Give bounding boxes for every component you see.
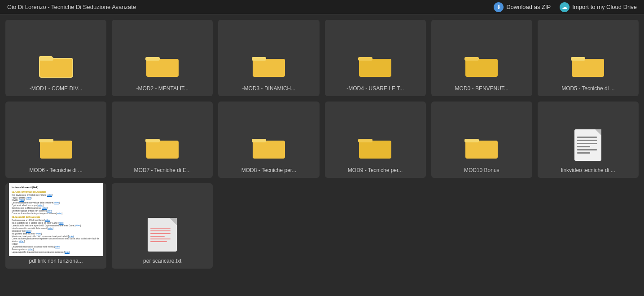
svg-rect-15 bbox=[40, 141, 72, 159]
folder-icon bbox=[357, 50, 393, 79]
red-line bbox=[150, 241, 167, 242]
svg-rect-13 bbox=[572, 59, 604, 77]
header-actions: ⇓ Download as ZIP ☁ Import to my Cloud D… bbox=[494, 2, 637, 12]
svg-rect-22 bbox=[358, 139, 372, 142]
svg-rect-14 bbox=[571, 57, 585, 61]
folder-item[interactable]: MOD5 - Tecniche di ... bbox=[538, 20, 639, 96]
folder-item[interactable]: MOD9 - Tecniche per... bbox=[325, 102, 426, 178]
folder-item[interactable]: -MOD4 - USARE LE T... bbox=[325, 20, 426, 96]
folder-icon bbox=[570, 50, 606, 79]
file-grid: -MOD1 - COME DIV... -MOD2 - MENTALIT... … bbox=[0, 14, 644, 274]
download-zip-button[interactable]: ⇓ Download as ZIP bbox=[494, 2, 551, 12]
svg-rect-18 bbox=[145, 139, 160, 142]
folder-item[interactable]: -MOD1 - COME DIV... bbox=[5, 20, 106, 96]
text-file-icon bbox=[148, 218, 177, 252]
download-icon: ⇓ bbox=[494, 2, 504, 12]
folder-icon bbox=[38, 132, 74, 161]
red-line bbox=[150, 228, 171, 229]
svg-rect-21 bbox=[359, 141, 391, 159]
folder-item[interactable]: -MOD3 - DINAMICH... bbox=[218, 20, 319, 96]
folder-icon bbox=[251, 132, 287, 161]
svg-rect-24 bbox=[464, 139, 479, 142]
folder-icon bbox=[38, 50, 74, 79]
text-file-item[interactable]: linkvideo tecniche di ... bbox=[538, 102, 639, 178]
folder-item[interactable]: MOD8 - Tecniche per... bbox=[218, 102, 319, 178]
svg-rect-3 bbox=[40, 59, 72, 77]
svg-rect-10 bbox=[358, 57, 372, 61]
red-line bbox=[150, 230, 171, 231]
item-label: MOD6 - Tecniche di ... bbox=[29, 167, 83, 173]
text-file-item[interactable]: per scaricare.txt bbox=[112, 183, 213, 269]
pdf-thumbnail: Indice e Momenti [link] 01. Come Diventa… bbox=[9, 183, 103, 256]
folder-item[interactable]: MOD0 - BENVENUT... bbox=[431, 20, 532, 96]
svg-rect-9 bbox=[359, 59, 391, 77]
pdf-file-item[interactable]: Indice e Momenti [link] 01. Come Diventa… bbox=[5, 183, 106, 269]
folder-icon bbox=[145, 50, 180, 79]
header-title: Gio Di Lorenzo - Tecniche Di Seduzione A… bbox=[7, 4, 136, 10]
folder-icon bbox=[357, 132, 393, 161]
text-line bbox=[577, 149, 596, 150]
svg-rect-8 bbox=[252, 57, 266, 61]
svg-rect-17 bbox=[146, 141, 179, 159]
item-label: MOD5 - Tecniche di ... bbox=[561, 85, 615, 92]
item-label: MOD7 - Tecniche di E... bbox=[134, 167, 191, 173]
svg-rect-16 bbox=[39, 139, 53, 142]
cloud-icon: ☁ bbox=[560, 2, 570, 12]
item-label: MOD10 Bonus bbox=[464, 167, 499, 173]
svg-rect-6 bbox=[145, 57, 160, 61]
svg-rect-11 bbox=[465, 59, 498, 77]
red-line bbox=[150, 233, 171, 234]
text-line bbox=[577, 146, 590, 147]
folder-icon bbox=[145, 132, 180, 161]
header: Gio Di Lorenzo - Tecniche Di Seduzione A… bbox=[0, 0, 644, 14]
red-line bbox=[150, 239, 171, 239]
svg-rect-20 bbox=[252, 139, 266, 142]
fold-corner bbox=[170, 218, 177, 225]
text-line bbox=[577, 140, 596, 141]
item-label: MOD8 - Tecniche per... bbox=[241, 167, 297, 173]
item-label: per scaricare.txt bbox=[143, 258, 181, 264]
folder-icon bbox=[464, 132, 499, 161]
folder-item[interactable]: MOD10 Bonus bbox=[431, 102, 532, 178]
item-label: -MOD1 - COME DIV... bbox=[30, 85, 83, 92]
folder-icon bbox=[251, 50, 287, 79]
svg-rect-4 bbox=[39, 57, 53, 61]
item-label: pdf link non funziona... bbox=[29, 258, 83, 264]
svg-rect-7 bbox=[253, 59, 285, 77]
item-label: MOD0 - BENVENUT... bbox=[455, 85, 508, 92]
svg-rect-19 bbox=[253, 141, 285, 159]
item-label: linkvideo tecniche di ... bbox=[561, 167, 615, 173]
item-label: -MOD4 - USARE LE T... bbox=[346, 85, 404, 92]
item-label: -MOD3 - DINAMICH... bbox=[242, 85, 296, 92]
svg-rect-5 bbox=[146, 59, 179, 77]
text-file-icon bbox=[574, 129, 601, 161]
folder-item[interactable]: -MOD2 - MENTALIT... bbox=[112, 20, 213, 96]
text-line bbox=[577, 152, 590, 154]
folder-icon bbox=[464, 50, 499, 79]
text-line bbox=[577, 143, 596, 144]
svg-rect-12 bbox=[464, 57, 479, 61]
red-line bbox=[150, 236, 165, 237]
folder-item[interactable]: MOD6 - Tecniche di ... bbox=[5, 102, 106, 178]
item-label: -MOD2 - MENTALIT... bbox=[136, 85, 188, 92]
item-label: MOD9 - Tecniche per... bbox=[348, 167, 403, 173]
svg-rect-23 bbox=[465, 141, 498, 159]
import-cloud-button[interactable]: ☁ Import to my Cloud Drive bbox=[560, 2, 637, 12]
folder-item[interactable]: MOD7 - Tecniche di E... bbox=[112, 102, 213, 178]
text-line bbox=[577, 137, 596, 138]
